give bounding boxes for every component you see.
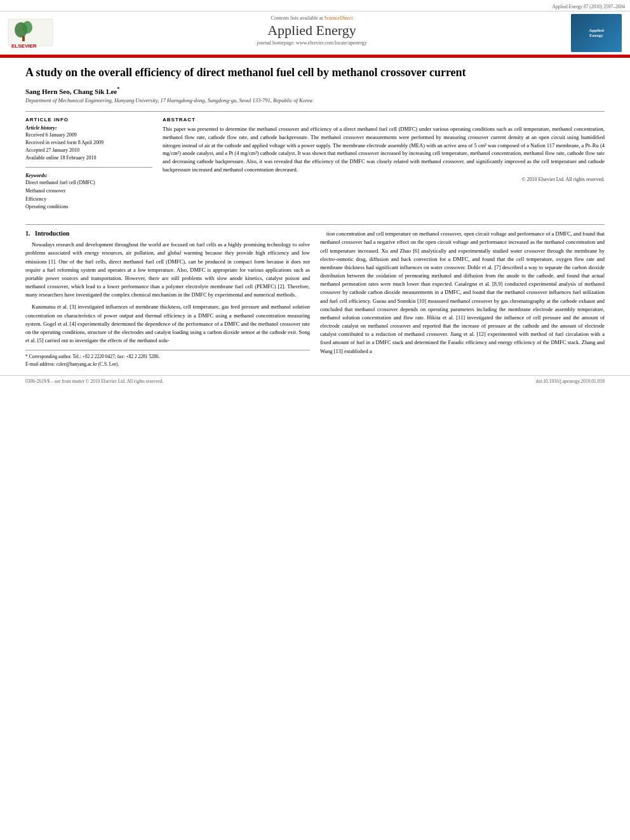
keyword-1: Direct methanol fuel cell (DMFC): [25, 179, 152, 187]
received-date: Received 6 January 2009: [25, 131, 152, 139]
svg-point-2: [22, 21, 32, 34]
abstract-label: ABSTRACT: [163, 117, 605, 123]
col-right: tion concentration and cell temperature …: [320, 230, 605, 368]
article-history: Article history: Received 6 January 2009…: [25, 125, 152, 162]
intro-para-2: Kunimatsu et al. [3] investigated influe…: [25, 303, 310, 345]
ae-logo-text: AppliedEnergy: [589, 28, 604, 38]
journal-meta: ELSEVIER Contents lists available at Sci…: [0, 11, 630, 55]
intro-body-right: tion concentration and cell temperature …: [320, 230, 605, 356]
elsevier-logo-svg: ELSEVIER: [5, 16, 56, 51]
keywords-list: Direct methanol fuel cell (DMFC) Methano…: [25, 179, 152, 211]
intro-body-left: Nowadays research and development throug…: [25, 241, 310, 345]
history-label: Article history:: [25, 125, 152, 131]
footer-issn: 0306-2619/$ – see front matter © 2010 El…: [25, 378, 163, 384]
footnote-email: E-mail address: cslee@hanyang.ac.kr (C.S…: [25, 361, 310, 368]
center-header: Contents lists available at ScienceDirec…: [56, 14, 568, 52]
info-divider: [25, 167, 152, 168]
article-title: A study on the overall efficiency of dir…: [25, 65, 605, 80]
footer-doi: doi:10.1016/j.apenergy.2010.01.018: [536, 378, 605, 384]
accepted-date: Accepted 27 January 2010: [25, 147, 152, 154]
revised-date: Received in revised form 8 April 2009: [25, 139, 152, 147]
keyword-2: Methanol crossover: [25, 187, 152, 196]
intro-para-1: Nowadays research and development throug…: [25, 241, 310, 299]
footnote-corresponding: * Corresponding author. Tel.: +82 2 2220…: [25, 353, 310, 360]
article-info-abstract: ARTICLE INFO Article history: Received 6…: [25, 111, 605, 215]
applied-energy-logo: AppliedEnergy: [568, 14, 625, 52]
available-date: Available online 18 February 2010: [25, 154, 152, 162]
sciencedirect-link[interactable]: ScienceDirect: [325, 15, 353, 21]
col-left: 1. Introduction Nowadays research and de…: [25, 230, 310, 368]
journal-homepage: journal homepage: www.elsevier.com/locat…: [62, 40, 561, 46]
copyright-line: © 2010 Elsevier Ltd. All rights reserved…: [163, 177, 605, 182]
article-info-label: ARTICLE INFO: [25, 117, 152, 123]
citation-line: Applied Energy 87 (2010) 2597–2604: [0, 3, 630, 11]
footnote-area: * Corresponding author. Tel.: +82 2 2220…: [25, 350, 310, 368]
keyword-3: Efficiency: [25, 196, 152, 204]
two-column-body: 1. Introduction Nowadays research and de…: [25, 230, 605, 368]
keyword-4: Operating conditions: [25, 203, 152, 211]
svg-rect-3: [22, 36, 25, 41]
main-divider: [25, 224, 605, 225]
ae-logo-box: AppliedEnergy: [571, 14, 622, 52]
article-info: ARTICLE INFO Article history: Received 6…: [25, 117, 152, 215]
sciencedirect-line: Contents lists available at ScienceDirec…: [62, 15, 561, 21]
authors: Sang Hern Seo, Chang Sik Lee*: [25, 86, 605, 95]
article-content: A study on the overall efficiency of dir…: [0, 58, 630, 375]
article-abstract: ABSTRACT This paper was presented to det…: [163, 117, 605, 215]
journal-title-header: Applied Energy: [62, 22, 561, 39]
keywords-section: Keywords: Direct methanol fuel cell (DMF…: [25, 173, 152, 211]
elsevier-logo: ELSEVIER: [5, 14, 56, 52]
intro-heading: 1. Introduction: [25, 230, 310, 237]
svg-text:ELSEVIER: ELSEVIER: [11, 43, 37, 49]
footer-bar: 0306-2619/$ – see front matter © 2010 El…: [0, 375, 630, 387]
affiliation: Department of Mechanical Engineering, Ha…: [25, 97, 605, 103]
page-header: Applied Energy 87 (2010) 2597–2604 ELSEV…: [0, 0, 630, 56]
intro-para-3: tion concentration and cell temperature …: [320, 230, 605, 356]
author-note: *: [117, 86, 119, 92]
abstract-text: This paper was presented to determine th…: [163, 125, 605, 174]
keywords-label: Keywords:: [25, 173, 152, 178]
